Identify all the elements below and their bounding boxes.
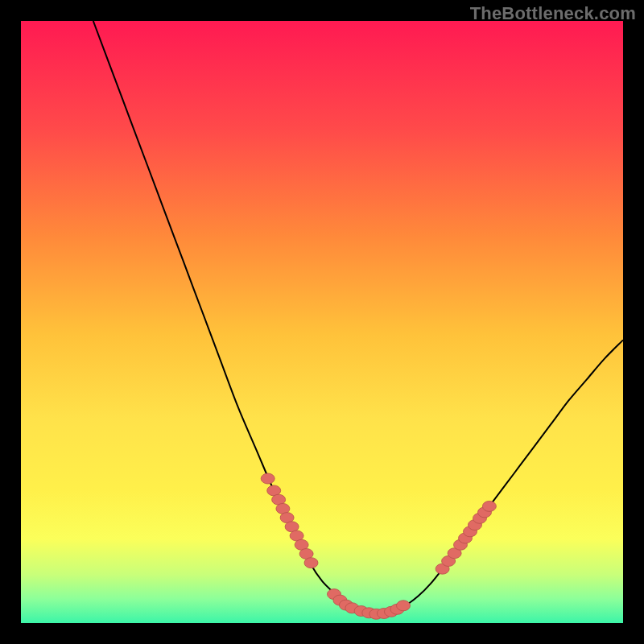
data-marker [261,473,275,484]
marker-group [261,473,496,619]
chart-svg [21,21,623,623]
watermark-label: TheBottleneck.com [470,3,636,24]
data-marker [304,558,318,568]
chart-plot-area [21,21,623,623]
data-marker [482,501,496,511]
chart-frame: TheBottleneck.com [0,0,644,644]
bottleneck-curve [93,21,623,614]
data-marker [397,601,411,611]
